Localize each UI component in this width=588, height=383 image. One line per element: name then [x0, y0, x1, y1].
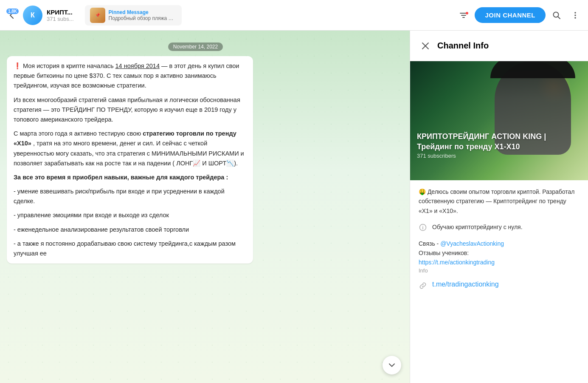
- pinned-thumbnail: 📌: [90, 8, 105, 23]
- info-body: 🤑 Делюсь своим опытом торговли криптой. …: [410, 180, 588, 304]
- filter-button[interactable]: [456, 8, 471, 23]
- scroll-down-button[interactable]: [383, 356, 401, 374]
- svg-point-13: [422, 226, 423, 227]
- cover-subscribers: 371 subscribers: [417, 153, 581, 159]
- pinned-message[interactable]: 📌 Pinned Message Подробный обзор пляжа Б…: [85, 5, 182, 26]
- back-button[interactable]: 1,8K: [5, 9, 19, 22]
- message-p8: - а также я постоянно дорабатываю свою с…: [14, 239, 246, 258]
- info-description: 🤑 Делюсь своим опытом торговли криптой. …: [419, 187, 580, 216]
- join-channel-button[interactable]: JOIN CHANNEL: [475, 7, 546, 23]
- message-bubble: ❗ Моя история в крипте началась 14 ноябр…: [7, 56, 253, 264]
- svg-point-8: [574, 17, 576, 19]
- reviews-link-container: https://t.me/actionkingtrading: [419, 258, 580, 267]
- info-row-1: Обучаю криптотрейдингу с нуля.: [419, 222, 580, 232]
- panel-header: Channel Info: [410, 31, 588, 61]
- reviews-text: Отзывы учеников:: [419, 248, 580, 258]
- reviews-link[interactable]: https://t.me/actionkingtrading: [419, 259, 495, 266]
- pinned-label: Pinned Message: [109, 9, 177, 15]
- pinned-thumb-image: 📌: [90, 8, 105, 23]
- message-p4: За все это время я приобрел навыки, важн…: [14, 173, 246, 182]
- contact-text: Связь - @VyacheslavActionking: [419, 239, 580, 248]
- cover-channel-name: КРИПТОТРЕЙДИНГ ACTION KING | Трейдинг по…: [417, 132, 581, 152]
- message-p5: - умение взвешивать риск/прибыль при вхо…: [14, 187, 246, 206]
- cover-image: КРИПТОТРЕЙДИНГ ACTION KING | Трейдинг по…: [410, 61, 588, 180]
- search-button[interactable]: [549, 8, 564, 23]
- info-word: Info: [419, 267, 580, 274]
- pinned-preview: Подробный обзор пляжа БА...: [109, 15, 177, 21]
- reviews-prefix: Отзывы учеников:: [419, 250, 469, 256]
- contact-link[interactable]: @VyacheslavActionking: [440, 240, 504, 247]
- message-p2: Из всех многообразий стратегий самая при…: [14, 95, 246, 125]
- subscriber-badge: 1,8K: [6, 9, 19, 14]
- svg-point-7: [574, 14, 576, 16]
- contact-prefix: Связь -: [419, 240, 440, 247]
- svg-point-3: [466, 12, 468, 14]
- info-circle-icon: [419, 223, 427, 232]
- more-button[interactable]: [568, 8, 583, 23]
- date-divider: November 14, 2022: [7, 43, 384, 51]
- channel-info-panel: Channel Info КРИПТОТРЕЙДИНГ ACTION KING …: [410, 31, 588, 383]
- link-row: t.me/tradingactionking: [419, 281, 580, 290]
- link-icon: [419, 281, 427, 290]
- svg-line-5: [558, 17, 560, 19]
- cover-name-overlay: КРИПТОТРЕЙДИНГ ACTION KING | Трейдинг по…: [417, 132, 581, 159]
- channel-link[interactable]: t.me/tradingactionking: [432, 281, 499, 288]
- message-p7: - еженедельное анализирование результато…: [14, 225, 246, 235]
- header-left: 1,8K К КРИПТ... 371 subs... 📌 Pinned Mes…: [5, 5, 456, 26]
- channel-header-info: КРИПТ... 371 subs...: [47, 9, 74, 22]
- contact-section: Связь - @VyacheslavActionking Отзывы уче…: [419, 239, 580, 274]
- main-content: November 14, 2022 ❗ Моя история в крипте…: [0, 31, 588, 383]
- link-info-row: t.me/tradingactionking: [419, 281, 580, 290]
- panel-title: Channel Info: [437, 41, 489, 51]
- header-actions: JOIN CHANNEL: [456, 7, 583, 23]
- info-label: Обучаю криптотрейдингу с нуля.: [432, 222, 523, 232]
- message-p6: - управление эмоциями при входе и выходе…: [14, 210, 246, 220]
- close-panel-button[interactable]: [419, 39, 432, 53]
- app-header: 1,8K К КРИПТ... 371 subs... 📌 Pinned Mes…: [0, 0, 588, 31]
- chat-area: November 14, 2022 ❗ Моя история в крипте…: [0, 31, 410, 383]
- date-badge: November 14, 2022: [168, 43, 223, 51]
- channel-avatar: К: [23, 6, 42, 25]
- message-p1: ❗ Моя история в крипте началась 14 ноябр…: [14, 61, 246, 91]
- pinned-text: Pinned Message Подробный обзор пляжа БА.…: [109, 9, 177, 21]
- channel-subscribers: 371 subs...: [47, 16, 74, 22]
- svg-point-6: [574, 12, 576, 14]
- message-p3: С марта этого года я активно тестирую св…: [14, 129, 246, 168]
- chat-scroll: November 14, 2022 ❗ Моя история в крипте…: [0, 31, 410, 299]
- channel-cover: КРИПТОТРЕЙДИНГ ACTION KING | Трейдинг по…: [410, 61, 588, 180]
- channel-name: КРИПТ...: [47, 9, 74, 16]
